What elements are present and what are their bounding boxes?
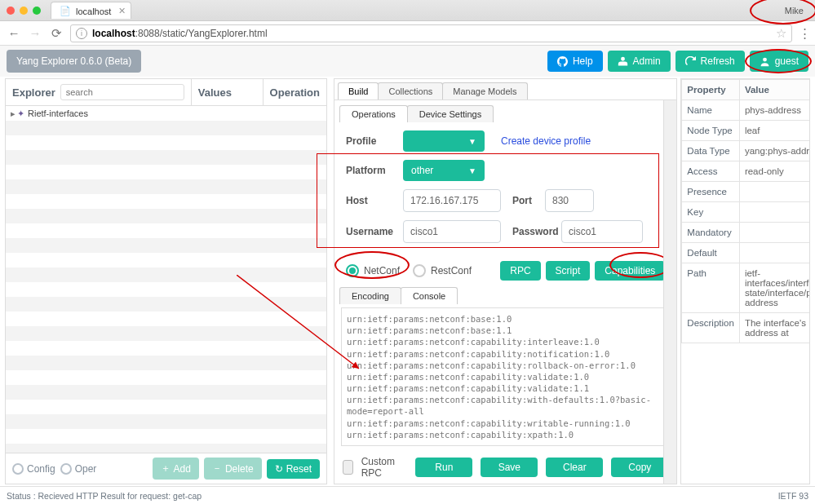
help-label: Help	[573, 55, 593, 67]
annotation-circle-guest-overlay	[745, 49, 812, 73]
github-icon	[557, 56, 568, 67]
address-bar[interactable]: i localhost:8088/static/YangExplorer.htm…	[70, 24, 792, 42]
value-header: Value	[739, 80, 810, 100]
module-icon: ✦	[17, 108, 24, 119]
admin-label: Admin	[633, 55, 661, 67]
refresh-label: Refresh	[701, 55, 735, 67]
bookmark-star-icon[interactable]: ☆	[776, 26, 786, 41]
status-text: Status : Recieved HTTP Result for reques…	[7, 491, 202, 501]
table-row: Mandatory	[682, 223, 810, 243]
copy-button[interactable]: Copy	[611, 458, 668, 477]
property-header: Property	[682, 80, 740, 100]
maximize-window-icon[interactable]	[33, 7, 41, 15]
scrollbar-vertical[interactable]	[663, 100, 676, 484]
table-row: Key	[682, 202, 810, 223]
users-icon	[618, 56, 628, 67]
config-radio[interactable]: Config	[12, 463, 55, 475]
annotation-circle-capabilities	[609, 252, 671, 278]
plus-icon: ＋	[161, 462, 171, 475]
table-row: Accessread-only	[682, 161, 810, 182]
restconf-radio[interactable]: RestConf	[413, 264, 472, 277]
property-panel: PropertyValue Namephys-address Node Type…	[680, 78, 810, 484]
rpc-button[interactable]: RPC	[500, 261, 540, 281]
tree-node-label: Rietf-interfaces	[28, 108, 88, 118]
window-controls[interactable]	[7, 7, 41, 15]
back-icon[interactable]: ←	[7, 26, 21, 40]
subtab-operations[interactable]: Operations	[339, 105, 408, 122]
clear-button[interactable]: Clear	[546, 458, 603, 477]
forward-icon: →	[28, 26, 42, 40]
console-tab[interactable]: Console	[401, 287, 458, 304]
tree-node-ietf-interfaces[interactable]: ▸ ✦ Rietf-interfaces	[6, 106, 326, 121]
explorer-panel: Explorer Values Operation ▸ ✦ Rietf-inte…	[5, 78, 327, 484]
caret-down-icon: ▼	[468, 137, 476, 146]
table-row: DescriptionThe interface's address at	[682, 313, 810, 343]
values-heading: Values	[192, 79, 264, 105]
encoding-tab[interactable]: Encoding	[339, 287, 401, 304]
tab-manage-models[interactable]: Manage Models	[442, 82, 527, 99]
save-button[interactable]: Save	[481, 458, 538, 477]
tab-title: localhost	[76, 7, 111, 16]
operation-heading: Operation	[264, 79, 326, 105]
refresh-icon	[685, 56, 696, 67]
custom-rpc-label: Custom RPC	[361, 456, 400, 479]
build-panel: Build Collections Manage Models Operatio…	[334, 78, 677, 484]
add-button[interactable]: ＋Add	[153, 458, 199, 480]
help-button[interactable]: Help	[547, 51, 603, 72]
minimize-window-icon[interactable]	[20, 7, 28, 15]
table-row: Presence	[682, 182, 810, 202]
subtab-device-settings[interactable]: Device Settings	[407, 105, 494, 122]
page-icon: 📄	[60, 6, 71, 16]
chevron-right-icon: ▸	[11, 108, 16, 119]
url-host: localhost	[92, 28, 135, 39]
admin-button[interactable]: Admin	[608, 51, 671, 72]
table-row: Default	[682, 243, 810, 263]
script-button[interactable]: Script	[546, 261, 591, 281]
table-row: Pathietf-interfaces/interfaces-state/int…	[682, 263, 810, 313]
delete-button[interactable]: －Delete	[204, 458, 262, 480]
tab-build[interactable]: Build	[338, 82, 379, 99]
profile-select[interactable]: ▼	[403, 130, 485, 152]
close-window-icon[interactable]	[7, 7, 15, 15]
create-profile-link[interactable]: Create device profile	[501, 135, 591, 147]
custom-rpc-checkbox[interactable]	[343, 460, 353, 475]
reload-icon[interactable]: ⟳	[49, 26, 64, 41]
chrome-menu-icon[interactable]: ⋮	[799, 26, 808, 41]
tab-collections[interactable]: Collections	[378, 82, 443, 99]
table-row: Node Typeleaf	[682, 121, 810, 141]
annotation-circle-netconf	[334, 251, 410, 279]
table-row: Namephys-address	[682, 100, 810, 121]
config-label: Config	[27, 463, 55, 475]
url-path: :8088/static/YangExplorer.html	[135, 28, 268, 39]
oper-label: Oper	[75, 463, 97, 475]
minus-icon: －	[212, 462, 222, 475]
search-input[interactable]	[60, 84, 184, 100]
close-tab-icon[interactable]: ✕	[118, 6, 126, 16]
status-right: IETF 93	[778, 491, 808, 501]
profile-label: Profile	[346, 135, 403, 147]
run-button[interactable]: Run	[415, 458, 472, 477]
oper-radio[interactable]: Oper	[60, 463, 97, 475]
console-output[interactable]: urn:ietf:params:netconf:base:1.0 urn:iet…	[341, 307, 670, 446]
browser-tab[interactable]: 📄 localhost ✕	[51, 2, 131, 19]
explorer-heading: Explorer	[12, 86, 55, 99]
site-info-icon[interactable]: i	[76, 28, 87, 39]
app-title-badge: Yang Explorer 0.6.0 (Beta)	[7, 50, 141, 73]
refresh-button[interactable]: Refresh	[675, 51, 745, 72]
reset-button[interactable]: ↻Reset	[267, 459, 320, 479]
annotation-rect-connection	[317, 153, 659, 248]
reset-icon: ↻	[275, 463, 283, 475]
table-row: Data Typeyang:phys-address	[682, 141, 810, 161]
